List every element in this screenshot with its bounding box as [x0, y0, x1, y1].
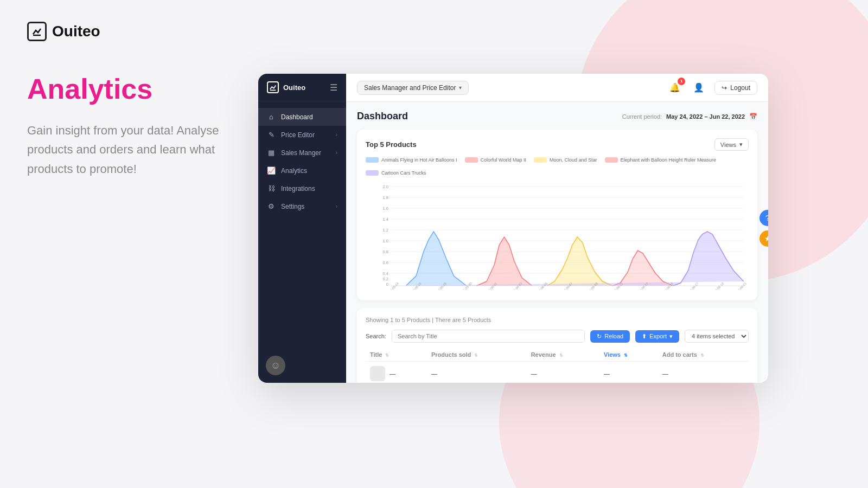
- product-thumbnail: [370, 366, 385, 381]
- period-label: Current period:: [622, 113, 662, 120]
- legend-color-2: [465, 157, 478, 163]
- export-button[interactable]: ⬆ Export ▾: [635, 330, 679, 343]
- sidebar-item-label: Dashboard: [281, 113, 313, 121]
- table-cell-views: —: [599, 362, 658, 383]
- table-card: Showing 1 to 5 Products | There are 5 Pr…: [357, 308, 757, 383]
- legend-label-3: Moon, Cloud and Star: [550, 157, 597, 163]
- notification-badge: 1: [678, 78, 685, 85]
- table-summary: Showing 1 to 5 Products | There are 5 Pr…: [366, 317, 749, 323]
- sidebar-item-integrations[interactable]: ⛓ Integrations: [258, 179, 346, 197]
- table-row: — — — — —: [366, 362, 749, 383]
- chart-legend: Animals Flying in Hot Air Balloons I Col…: [366, 157, 749, 176]
- chevron-down-icon: ▾: [669, 333, 673, 340]
- svg-text:1.4: 1.4: [382, 217, 388, 222]
- search-label: Search:: [366, 333, 386, 339]
- role-selector[interactable]: Sales Manager and Price Editor ▾: [357, 81, 469, 95]
- help-icon: ?: [765, 214, 768, 222]
- sidebar-header: Ouiteo ☰: [258, 74, 346, 101]
- user-avatar[interactable]: ☺: [266, 356, 285, 375]
- svg-text:0.2: 0.2: [382, 277, 388, 281]
- col-header-views[interactable]: Views ⇅: [599, 348, 658, 362]
- svg-text:0: 0: [386, 282, 388, 287]
- sidebar-nav: ⌂ Dashboard ✎ Price Editor › ▦ Sales Man…: [258, 101, 346, 348]
- help-fab-button[interactable]: ?: [760, 210, 768, 226]
- star-fab-button[interactable]: ★: [760, 230, 768, 247]
- chart-filter-dropdown[interactable]: Views ▾: [714, 138, 749, 151]
- sidebar-item-analytics[interactable]: 📈 Analytics: [258, 162, 346, 179]
- chevron-right-icon: ›: [336, 203, 337, 209]
- col-header-add-to-carts[interactable]: Add to carts ⇅: [658, 348, 749, 362]
- chevron-down-icon: ▾: [459, 85, 462, 91]
- legend-item-5: Cartoon Cars Trucks: [366, 170, 426, 176]
- sidebar-item-dashboard[interactable]: ⌂ Dashboard: [258, 108, 346, 126]
- fab-container: ? ★: [760, 210, 768, 247]
- legend-item-3: Moon, Cloud and Star: [534, 157, 597, 163]
- sidebar-item-sales-manager[interactable]: ▦ Sales Manger ›: [258, 144, 346, 162]
- search-input[interactable]: [392, 330, 585, 343]
- integrations-icon: ⛓: [267, 184, 276, 192]
- sort-arrow-views: ⇅: [624, 353, 628, 358]
- settings-icon: ⚙: [267, 202, 276, 210]
- reload-button[interactable]: ↻ Reload: [590, 330, 630, 343]
- menu-icon[interactable]: ☰: [330, 82, 337, 93]
- brand-name: Ouiteo: [52, 23, 100, 40]
- table-cell-products-sold: —: [427, 362, 527, 383]
- col-header-products-sold[interactable]: Products sold ⇅: [427, 348, 527, 362]
- sidebar-item-label: Settings: [281, 203, 304, 210]
- sidebar-brand-icon: [267, 81, 279, 93]
- chevron-down-icon: ▾: [739, 141, 743, 148]
- role-label: Sales Manager and Price Editor: [364, 84, 456, 92]
- chart-card-header: Top 5 Products Views ▾: [366, 138, 749, 151]
- chart-card: Top 5 Products Views ▾ Animals Flying in…: [357, 130, 757, 300]
- brand-logo: Ouiteo: [27, 22, 233, 41]
- items-select[interactable]: 4 items selected: [685, 330, 749, 343]
- col-header-title[interactable]: Title ⇅: [366, 348, 427, 362]
- star-icon: ★: [764, 234, 769, 243]
- sales-manager-icon: ▦: [267, 149, 276, 157]
- legend-color-3: [534, 157, 547, 163]
- svg-text:2.0: 2.0: [382, 184, 388, 189]
- area-chart: 2.0 1.8 1.6 1.4 1.2 1.0 0.8 0.6 0.4 0.2 …: [366, 181, 749, 290]
- svg-text:0.8: 0.8: [382, 249, 388, 254]
- user-profile-button[interactable]: 👤: [691, 80, 707, 96]
- legend-label-5: Cartoon Cars Trucks: [381, 170, 426, 176]
- notification-button[interactable]: 🔔 1: [667, 80, 683, 96]
- legend-color-4: [605, 157, 618, 163]
- sort-arrow-revenue: ⇅: [559, 353, 563, 358]
- topbar-right: 🔔 1 👤 ↪ Logout: [667, 80, 757, 96]
- logout-button[interactable]: ↪ Logout: [714, 81, 757, 95]
- hero-title: Analytics: [27, 74, 233, 105]
- data-table: Title ⇅ Products sold ⇅ Revenue ⇅: [366, 348, 749, 383]
- sidebar-footer: ☺: [258, 348, 346, 383]
- svg-text:1.0: 1.0: [382, 239, 388, 243]
- user-icon: ☺: [271, 360, 280, 371]
- home-icon: ⌂: [267, 113, 276, 121]
- chevron-right-icon: ›: [336, 150, 337, 156]
- left-panel: Ouiteo Analytics Gain insight from your …: [0, 0, 260, 488]
- legend-label-2: Colorful World Map II: [481, 157, 526, 163]
- sidebar-brand-label: Ouiteo: [283, 84, 305, 92]
- legend-label-4: Elephant with Balloon Height Ruler Measu…: [621, 157, 717, 163]
- period-value: May 24, 2022 – Jun 22, 2022: [666, 113, 745, 120]
- sidebar-brand: Ouiteo: [267, 81, 305, 93]
- calendar-icon: 📅: [749, 113, 757, 120]
- chart-title: Top 5 Products: [366, 140, 417, 149]
- analytics-icon: 📈: [267, 166, 276, 175]
- brand-icon: [27, 22, 47, 41]
- dashboard-body: Dashboard Current period: May 24, 2022 –…: [346, 102, 768, 383]
- price-editor-icon: ✎: [267, 131, 276, 139]
- sidebar-item-settings[interactable]: ⚙ Settings ›: [258, 197, 346, 215]
- svg-text:0.6: 0.6: [382, 260, 388, 265]
- svg-text:1.6: 1.6: [382, 206, 388, 211]
- legend-item-4: Elephant with Balloon Height Ruler Measu…: [605, 157, 717, 163]
- main-content: Sales Manager and Price Editor ▾ 🔔 1 👤 ↪…: [346, 74, 768, 383]
- svg-text:1.2: 1.2: [382, 228, 388, 233]
- period-info: Current period: May 24, 2022 – Jun 22, 2…: [622, 113, 757, 120]
- svg-text:0.4: 0.4: [382, 271, 388, 276]
- col-header-revenue[interactable]: Revenue ⇅: [527, 348, 599, 362]
- chevron-right-icon: ›: [336, 132, 337, 138]
- sidebar-item-price-editor[interactable]: ✎ Price Editor ›: [258, 126, 346, 144]
- export-icon: ⬆: [642, 333, 647, 340]
- table-cell-revenue: —: [527, 362, 599, 383]
- legend-color-1: [366, 157, 379, 163]
